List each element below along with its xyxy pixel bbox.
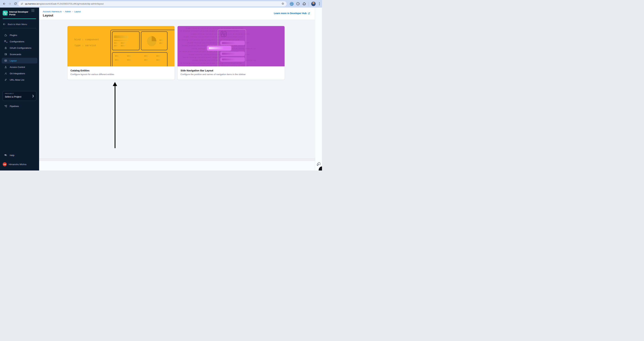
mockup-about-panel (112, 32, 140, 50)
extensions-puzzle-icon[interactable] (302, 2, 306, 6)
back-to-main-menu[interactable]: Back to Main Menu (3, 21, 27, 27)
module-grid-icon[interactable] (31, 9, 34, 12)
chevron-right-icon: ❯ (32, 95, 34, 97)
password-extension-icon[interactable] (290, 2, 294, 6)
product-logo-row: Internal Developer Portal (3, 11, 30, 16)
sidebar-item-plugins[interactable]: Plugins (2, 32, 38, 38)
browser-toolbar: qa.harness.io/ng/account/zEaak-FLS425IEO… (0, 0, 322, 8)
layout-mockup-frame (110, 30, 174, 66)
breadcrumb-layout-link[interactable]: Layout (74, 11, 81, 13)
feedback-chat-button[interactable] (316, 161, 321, 166)
project-value: Select a Project (5, 95, 34, 98)
user-profile-row[interactable]: HM Himanshu Mishra (3, 161, 26, 167)
chat-bubbles-icon (316, 161, 321, 166)
sidebar-item-pipelines[interactable]: Pipelines (2, 103, 38, 109)
sidebar-item-label: Access Control (10, 66, 25, 68)
sidebar-item-label: Git Integrations (10, 72, 25, 75)
sidebar-item-configurations[interactable]: ⚙ ⚙ Configurations (2, 39, 38, 44)
mockup-nav-button (220, 57, 245, 62)
card-caption: Catalog Entities Configure layouts for v… (68, 66, 174, 80)
card-description: Configure the position and names of navi… (180, 73, 282, 76)
catalog-entities-illustration: kind : component type : service (68, 26, 174, 66)
pie-chart-shape (147, 36, 156, 46)
browser-reload-button[interactable] (13, 1, 18, 6)
lock-icon (4, 46, 7, 49)
sidebar: Internal Developer Portal Back to Main M… (0, 8, 39, 171)
mockup-nav-button (220, 41, 245, 45)
url-host: qa.harness.io (25, 3, 38, 5)
sidebar-divider (2, 28, 36, 30)
external-link-icon (308, 12, 310, 15)
link-icon (4, 78, 7, 81)
breadcrumb-account-link[interactable]: Account: Harness.io (43, 11, 62, 13)
sidebar-item-label: Help (10, 154, 14, 157)
teal-accent-rule (3, 19, 36, 19)
sidebar-item-access-control[interactable]: Access Control (2, 64, 38, 70)
svg-text:?: ? (5, 154, 6, 155)
sidebar-item-label: URL Allow List (10, 79, 24, 81)
learn-more-link[interactable]: Learn more in Developer Hub (274, 12, 310, 15)
sidebar-nav: Plugins ⚙ ⚙ Configurations OAuth Configu… (2, 32, 38, 83)
back-label: Back to Main Menu (8, 23, 27, 26)
right-rail (315, 8, 322, 171)
sidebar-item-help[interactable]: ? Help (2, 152, 38, 158)
sidebar-help-section: ? Help (2, 152, 38, 158)
reload-icon (14, 2, 17, 5)
gears-icon: ⚙ ⚙ (4, 40, 7, 43)
branch-icon (4, 72, 7, 75)
toolbar-separator (308, 2, 309, 6)
yaml-kind-line: kind : component (74, 38, 99, 41)
back-arrow-icon (2, 2, 6, 5)
url-text: qa.harness.io/ng/account/zEaak-FLS425IEO… (25, 3, 104, 5)
card-caption: Side Navigation Bar Layout Configure the… (178, 66, 284, 80)
sidebar-item-oauth-configurations[interactable]: OAuth Configurations (2, 45, 38, 51)
user-name: Himanshu Mishra (9, 163, 26, 166)
forward-arrow-icon (8, 2, 12, 5)
plugin-icon (4, 34, 7, 37)
sidebar-item-scorecards[interactable]: Scorecards (2, 51, 38, 57)
side-nav-illustration: skipped /drone/go-scm/scm/driver/bitbuck… (178, 26, 284, 66)
sidebar-pipelines-section: Pipelines (2, 103, 38, 109)
harness-idp-logo-icon (3, 11, 8, 16)
mockup-nav-button (220, 52, 245, 56)
screen: qa.harness.io/ng/account/zEaak-FLS425IEO… (0, 0, 322, 171)
site-settings-icon[interactable] (20, 2, 23, 5)
browser-forward-button[interactable] (8, 1, 12, 6)
sidebar-item-label: Configurations (10, 40, 24, 43)
person-icon (4, 66, 7, 69)
content-area: kind : component type : service (39, 20, 315, 159)
project-selector[interactable]: PROJECT Select a Project ❯ (3, 91, 36, 101)
sidebar-item-url-allow-list[interactable]: URL Allow List (2, 77, 38, 83)
bookmark-star-button[interactable] (281, 2, 284, 6)
browser-menu-button[interactable] (318, 2, 321, 6)
pipelines-icon (4, 105, 7, 108)
sidebar-item-layout[interactable]: Layout (2, 58, 38, 64)
browser-profile-avatar[interactable] (311, 2, 316, 6)
card-title: Side Navigation Bar Layout (180, 69, 282, 72)
breadcrumb-separator: › (72, 10, 73, 13)
help-chat-icon: ? (4, 154, 7, 157)
footer-area (39, 161, 315, 171)
annotation-arrow-head (113, 82, 117, 86)
learn-more-label: Learn more in Developer Hub (274, 12, 306, 15)
mockup-nav-button-highlighted (207, 46, 231, 51)
breadcrumb-admin-link[interactable]: Admin (65, 11, 71, 13)
breadcrumb-separator: › (63, 10, 64, 13)
back-arrow-icon (3, 23, 6, 26)
mockup-chart-panel (141, 32, 168, 50)
page-title: Layout (43, 14, 53, 17)
sidebar-item-label: Pipelines (10, 105, 19, 108)
sidebar-item-git-integrations[interactable]: Git Integrations (2, 71, 38, 76)
sidebar-item-label: Layout (10, 60, 16, 62)
card-catalog-entities[interactable]: kind : component type : service (67, 26, 175, 80)
card-title: Catalog Entities (70, 69, 172, 72)
browser-back-button[interactable] (2, 1, 6, 6)
address-bar[interactable]: qa.harness.io/ng/account/zEaak-FLS425IEO… (18, 1, 286, 7)
mockup-table-panel (112, 52, 168, 66)
card-description: Configure layouts for various different … (70, 73, 172, 76)
project-label: PROJECT (5, 93, 34, 94)
user-avatar: HM (3, 162, 7, 166)
breadcrumb: Account: Harness.io › Admin › Layout (43, 10, 81, 13)
spinner-extension-icon[interactable] (296, 2, 300, 6)
card-side-navigation-layout[interactable]: skipped /drone/go-scm/scm/driver/bitbuck… (177, 26, 285, 80)
